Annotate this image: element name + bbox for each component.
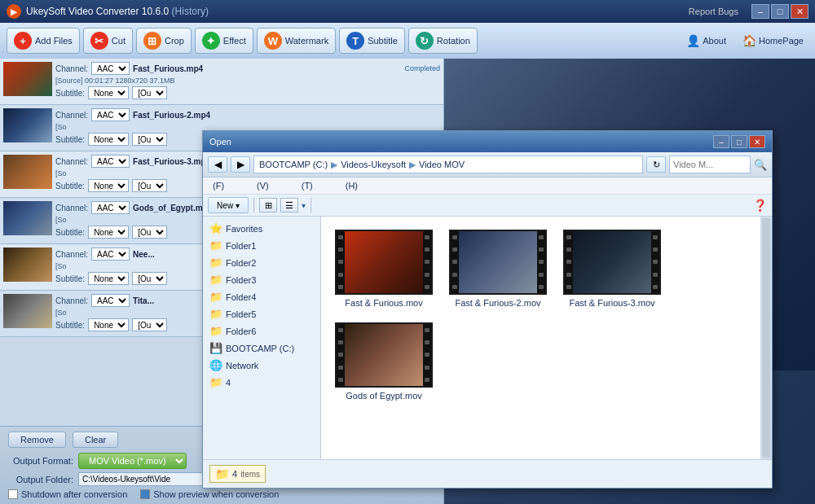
path-sep-2: ▶ [409, 160, 416, 170]
crop-button[interactable]: ⊞ Crop [136, 28, 192, 54]
channel-label: Channel: [55, 204, 88, 213]
folder-input[interactable] [78, 472, 209, 486]
channel-label: Channel: [55, 296, 88, 305]
minimize-button[interactable]: – [751, 4, 769, 19]
channel-select[interactable]: AAC [91, 248, 130, 261]
subtitle-select[interactable]: None [88, 179, 129, 192]
video-image [459, 231, 537, 293]
dialog-file-card[interactable]: Fast & Furious.mov [331, 226, 437, 311]
sidebar-item-icon: 💾 [209, 342, 222, 354]
file-thumbnail [3, 155, 52, 189]
help-icon[interactable]: ❓ [753, 199, 767, 212]
scroll-track[interactable] [762, 218, 770, 458]
rotation-button[interactable]: ↻ Rotation [408, 28, 478, 54]
output-select[interactable]: [Ou [132, 133, 167, 146]
homepage-button[interactable]: 🏠 HomePage [738, 33, 808, 49]
dialog-file-card[interactable]: Gods of Egypt.mov [331, 319, 437, 404]
subtitle-icon: T [346, 32, 364, 50]
path-bar[interactable]: BOOTCAMP (C:) ▶ Videos-Ukeysoft ▶ Video … [253, 156, 643, 173]
add-files-button[interactable]: + Add Files [7, 28, 80, 54]
film-strip-left [451, 231, 459, 293]
search-icon: 🔍 [754, 159, 767, 171]
remove-button[interactable]: Remove [8, 432, 66, 448]
status-text: Completed [404, 64, 440, 72]
shutdown-checkbox-item: Shutdown after conversion [8, 489, 127, 499]
dialog-sidebar-item[interactable]: 📁 Folder3 [203, 271, 320, 288]
report-bugs-link[interactable]: Report Bugs [689, 7, 738, 16]
cut-button[interactable]: ✂ Cut [83, 28, 133, 54]
channel-select[interactable]: AAC [91, 201, 130, 214]
dialog-sidebar-item[interactable]: ⭐ Favorites [203, 220, 320, 237]
video-image [345, 231, 423, 293]
path-part-1[interactable]: BOOTCAMP (C:) [259, 160, 328, 169]
dialog-sidebar-item[interactable]: 🌐 Network [203, 357, 320, 374]
dialog-close-button[interactable]: ✕ [749, 135, 765, 148]
menu-item-3[interactable]: (H) [341, 179, 363, 192]
dialog-title-bar: Open – □ ✕ [203, 131, 772, 152]
preview-checkbox[interactable] [140, 489, 150, 499]
sidebar-item-icon: 📁 [209, 274, 222, 286]
menu-item-0[interactable]: (F) [208, 179, 229, 192]
view-btn-2[interactable]: ☰ [280, 198, 298, 213]
channel-label: Channel: [55, 250, 88, 259]
path-part-2[interactable]: Videos-Ukeysoft [341, 160, 406, 169]
channel-select[interactable]: AAC [91, 108, 130, 121]
dialog-file-card[interactable]: Fast & Furious-2.mov [445, 226, 551, 311]
subtitle-select[interactable]: None [88, 318, 129, 331]
subtitle-select[interactable]: None [88, 133, 129, 146]
output-select[interactable]: [Ou [132, 179, 167, 192]
subtitle-label: Subtitle: [55, 228, 85, 237]
dialog-sidebar-item[interactable]: 📁 Folder6 [203, 322, 320, 340]
file-card-name: Fast & Furious.mov [345, 298, 422, 308]
path-sep-1: ▶ [331, 160, 337, 170]
channel-select[interactable]: AAC [91, 294, 130, 307]
forward-button[interactable]: ▶ [231, 156, 250, 173]
maximize-button[interactable]: □ [771, 4, 789, 19]
dialog-sidebar-item[interactable]: 📁 Folder1 [203, 237, 320, 254]
dialog-file-card[interactable]: Fast & Furious-3.mov [559, 226, 665, 311]
shutdown-checkbox[interactable] [8, 489, 18, 499]
about-button[interactable]: 👤 About [681, 33, 731, 49]
menu-item-2[interactable]: (T) [297, 179, 318, 192]
output-select[interactable]: [Ou [132, 226, 167, 239]
dialog-sidebar-item[interactable]: 📁 Folder5 [203, 305, 320, 322]
refresh-button[interactable]: ↻ [646, 156, 666, 173]
new-folder-button[interactable]: New ▾ [208, 197, 249, 213]
format-select[interactable]: MOV Video (*.mov) [78, 453, 187, 469]
file-item[interactable]: Channel: AAC Fast_Furious.mp4 Completed … [0, 59, 443, 105]
subtitle-button[interactable]: T Subtitle [339, 28, 405, 54]
channel-select[interactable]: AAC [91, 62, 130, 75]
toolbar: + Add Files ✂ Cut ⊞ Crop ✦ Effect W Wate… [0, 23, 815, 59]
view-dropdown[interactable]: ▾ [302, 201, 306, 210]
search-input[interactable] [669, 156, 751, 173]
subtitle-select[interactable]: None [88, 272, 129, 285]
dialog-maximize-button[interactable]: □ [731, 135, 747, 148]
dialog-minimize-button[interactable]: – [713, 135, 729, 148]
back-button[interactable]: ◀ [208, 156, 227, 173]
sidebar-item-label: Folder5 [226, 309, 256, 319]
view-btn-1[interactable]: ⊞ [259, 198, 277, 213]
channel-select[interactable]: AAC [91, 155, 130, 168]
video-thumbnail [449, 230, 547, 295]
effect-button[interactable]: ✦ Effect [195, 28, 253, 54]
output-select[interactable]: [Ou [132, 86, 167, 99]
path-part-3[interactable]: Video MOV [419, 160, 465, 169]
dialog-scrollbar[interactable] [760, 217, 772, 459]
menu-item-1[interactable]: (V) [252, 179, 274, 192]
film-strip-right [537, 231, 545, 293]
output-select[interactable]: [Ou [132, 318, 167, 331]
source-text: [So [55, 216, 67, 224]
dialog-files[interactable]: Fast & Furious.mov Fast & Furious-2.mov [321, 217, 760, 459]
dialog-sidebar-item[interactable]: 📁 4 [203, 374, 320, 391]
dialog-sidebar-item[interactable]: 💾 BOOTCAMP (C:) [203, 340, 320, 357]
main-content: Channel: AAC Fast_Furious.mp4 Completed … [0, 59, 815, 504]
sidebar-item-icon: 📁 [209, 239, 222, 252]
output-select[interactable]: [Ou [132, 272, 167, 285]
dialog-sidebar-item[interactable]: 📁 Folder4 [203, 288, 320, 305]
clear-button[interactable]: Clear [73, 432, 118, 448]
watermark-button[interactable]: W Watermark [257, 28, 336, 54]
close-button[interactable]: ✕ [791, 4, 808, 19]
subtitle-select[interactable]: None [88, 86, 129, 99]
dialog-sidebar-item[interactable]: 📁 Folder2 [203, 254, 320, 271]
subtitle-select[interactable]: None [88, 226, 129, 239]
